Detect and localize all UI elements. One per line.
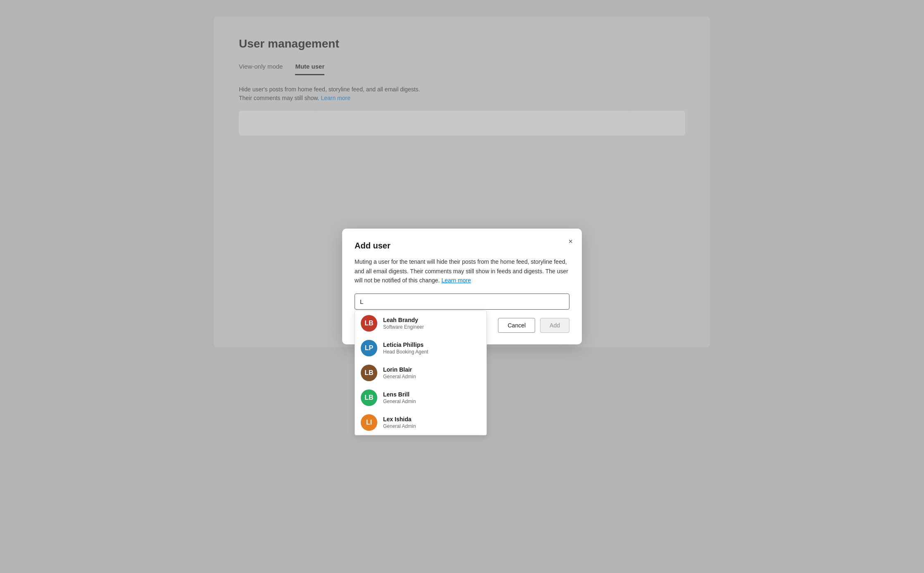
avatar: LB xyxy=(361,365,377,381)
learn-more-link-modal[interactable]: Learn more xyxy=(441,277,471,284)
avatar: LP xyxy=(361,340,377,356)
user-name: Leticia Phillips xyxy=(383,341,428,348)
list-item[interactable]: LBLens BrillGeneral Admin xyxy=(355,385,486,410)
user-role: Software Engineer xyxy=(383,324,424,330)
user-role: General Admin xyxy=(383,399,416,404)
list-item[interactable]: LBLeah BrandySoftware Engineer xyxy=(355,311,486,336)
add-user-modal: × Add user Muting a user for the tenant … xyxy=(342,229,582,344)
user-name: Leah Brandy xyxy=(383,317,424,323)
user-name: Lens Brill xyxy=(383,391,416,398)
avatar: LB xyxy=(361,315,377,332)
list-item[interactable]: LBLorin BlairGeneral Admin xyxy=(355,361,486,385)
user-role: Head Booking Agent xyxy=(383,349,428,355)
avatar: LI xyxy=(361,414,377,431)
user-role: General Admin xyxy=(383,374,416,380)
close-button[interactable]: × xyxy=(567,236,574,247)
avatar: LB xyxy=(361,389,377,406)
modal-description: Muting a user for the tenant will hide t… xyxy=(355,257,569,285)
cancel-button[interactable]: Cancel xyxy=(498,318,535,333)
add-button[interactable]: Add xyxy=(540,318,569,333)
user-name: Lex Ishida xyxy=(383,416,416,423)
user-name: Lorin Blair xyxy=(383,366,416,373)
modal-backdrop: × Add user Muting a user for the tenant … xyxy=(0,0,924,573)
modal-title: Add user xyxy=(355,241,569,251)
list-item[interactable]: LILex IshidaGeneral Admin xyxy=(355,410,486,435)
user-role: General Admin xyxy=(383,423,416,429)
user-dropdown: LBLeah BrandySoftware EngineerLPLeticia … xyxy=(355,310,487,435)
search-input[interactable] xyxy=(355,294,569,310)
page-wrapper: User management View-only mode Mute user… xyxy=(214,17,710,347)
search-container: LBLeah BrandySoftware EngineerLPLeticia … xyxy=(355,294,569,310)
list-item[interactable]: LPLeticia PhillipsHead Booking Agent xyxy=(355,336,486,361)
